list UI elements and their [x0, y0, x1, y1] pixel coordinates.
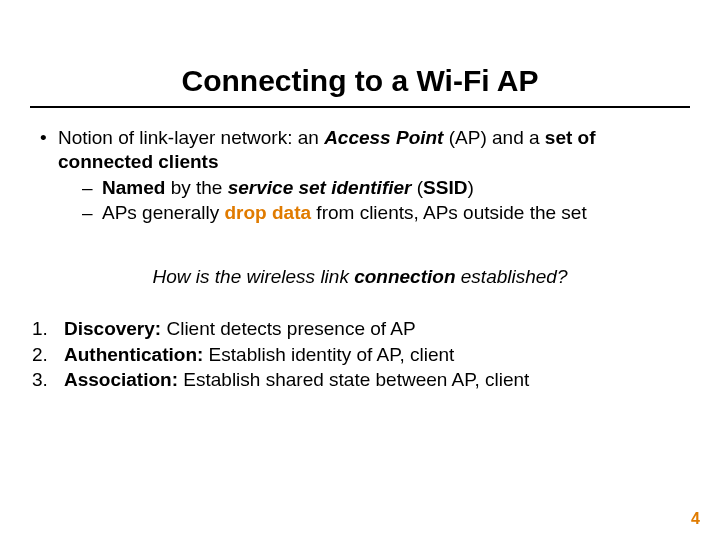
step-text: Establish shared state between AP, clien… [178, 369, 529, 390]
emph: Access Point [324, 127, 443, 148]
text: How is the wireless link [153, 266, 355, 287]
text: established? [456, 266, 568, 287]
slide: Connecting to a Wi-Fi AP Notion of link-… [0, 0, 720, 540]
step-text: Establish identity of AP, client [203, 344, 454, 365]
emph: SSID [423, 177, 467, 198]
steps-list: Discovery: Client detects presence of AP… [30, 317, 690, 392]
emph: service set identifier [228, 177, 412, 198]
sub-list: Named by the service set identifier (SSI… [58, 176, 690, 226]
sub-item-2: APs generally drop data from clients, AP… [82, 201, 690, 225]
emph: Named [102, 177, 165, 198]
slide-content: Notion of link-layer network: an Access … [0, 126, 720, 392]
step-3: Association: Establish shared state betw… [30, 368, 690, 392]
text: ( [411, 177, 423, 198]
slide-title: Connecting to a Wi-Fi AP [0, 0, 720, 106]
bullet-list: Notion of link-layer network: an Access … [30, 126, 690, 225]
step-label: Discovery: [64, 318, 161, 339]
text: by the [165, 177, 227, 198]
highlight: drop data [225, 202, 312, 223]
step-label: Authentication: [64, 344, 203, 365]
text: (AP) and a [443, 127, 544, 148]
emph: connection [354, 266, 455, 287]
step-label: Association: [64, 369, 178, 390]
sub-item-1: Named by the service set identifier (SSI… [82, 176, 690, 200]
step-text: Client detects presence of AP [161, 318, 416, 339]
text: ) [467, 177, 473, 198]
step-2: Authentication: Establish identity of AP… [30, 343, 690, 367]
step-1: Discovery: Client detects presence of AP [30, 317, 690, 341]
page-number: 4 [691, 510, 700, 528]
title-rule [30, 106, 690, 108]
text: Notion of link-layer network: an [58, 127, 324, 148]
text: from clients, APs outside the set [311, 202, 587, 223]
text: APs generally [102, 202, 225, 223]
question-line: How is the wireless link connection esta… [30, 265, 690, 289]
bullet-item-1: Notion of link-layer network: an Access … [36, 126, 690, 225]
